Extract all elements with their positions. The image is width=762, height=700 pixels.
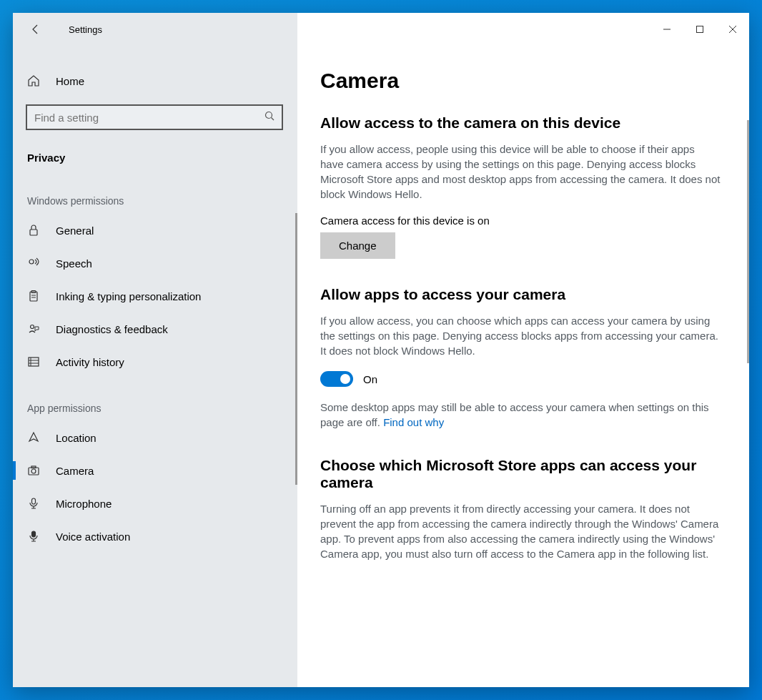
titlebar: Settings [13,13,749,46]
sidebar-item-label: Camera [56,465,94,477]
minimize-button[interactable] [650,18,683,41]
location-icon [27,431,40,444]
svg-point-12 [31,325,34,329]
desktop-apps-note: Some desktop apps may still be able to a… [320,400,721,430]
speech-icon [27,257,40,270]
maximize-icon [696,26,703,33]
apps-access-toggle[interactable] [320,371,353,387]
minimize-icon [663,26,671,33]
section-heading-device-access: Allow access to the camera on this devic… [320,114,728,132]
search-input[interactable] [34,112,264,124]
sidebar-item-label: Microphone [56,498,112,510]
microphone-icon [27,497,40,510]
search-wrap [13,94,297,136]
settings-window: Settings Home [13,13,749,687]
section-app-permissions: App permissions [13,378,297,421]
lock-icon [27,224,40,237]
svg-rect-13 [29,358,39,366]
change-button[interactable]: Change [320,232,395,259]
sidebar-item-label: General [56,225,94,237]
sidebar-item-location[interactable]: Location [13,421,297,454]
svg-rect-6 [30,230,37,235]
svg-rect-20 [32,498,36,504]
sidebar-item-label: Location [56,432,97,444]
sidebar-home[interactable]: Home [13,67,297,94]
svg-rect-1 [697,26,703,33]
toggle-label: On [363,373,377,385]
sidebar: Home Privacy Windows permissions General… [13,13,297,687]
sidebar-item-general[interactable]: General [13,214,297,247]
page-title: Camera [320,69,728,93]
feedback-icon [27,322,40,335]
sidebar-item-activity[interactable]: Activity history [13,345,297,378]
sidebar-item-speech[interactable]: Speech [13,247,297,280]
content-scrollbar[interactable] [747,120,749,363]
svg-rect-21 [32,531,36,537]
note-text: Some desktop apps may still be able to a… [320,401,709,428]
window-title: Settings [69,24,102,35]
camera-access-status: Camera access for this device is on [320,215,728,227]
toggle-row: On [320,371,728,387]
find-out-why-link[interactable]: Find out why [383,416,444,428]
sidebar-item-label: Activity history [56,356,124,368]
section-heading-apps-access: Allow apps to access your camera [320,286,728,303]
window-controls [650,18,749,41]
sidebar-item-label: Inking & typing personalization [56,290,201,302]
section-body: Turning off an app prevents it from dire… [320,501,721,561]
content-area: Camera Allow access to the camera on thi… [297,13,749,687]
section-windows-permissions: Windows permissions [13,171,297,214]
sidebar-item-microphone[interactable]: Microphone [13,487,297,520]
search-box[interactable] [26,104,283,130]
home-icon [27,74,40,87]
section-body: If you allow access, people using this d… [320,142,721,202]
arrow-left-icon [30,24,41,35]
voice-icon [27,530,40,543]
body-area: Home Privacy Windows permissions General… [13,13,749,687]
sidebar-item-inking[interactable]: Inking & typing personalization [13,280,297,312]
sidebar-category: Privacy [13,136,297,171]
sidebar-home-label: Home [56,75,84,87]
clipboard-icon [27,290,40,302]
maximize-button[interactable] [683,18,716,41]
sidebar-item-label: Diagnostics & feedback [56,323,168,335]
close-button[interactable] [716,18,749,41]
svg-point-4 [266,112,272,119]
camera-icon [27,464,40,477]
sidebar-item-label: Voice activation [56,531,130,543]
sidebar-item-voice-activation[interactable]: Voice activation [13,520,297,553]
svg-line-5 [272,118,274,121]
close-icon [729,26,736,33]
sidebar-item-diagnostics[interactable]: Diagnostics & feedback [13,312,297,345]
search-icon [264,111,274,124]
section-body: If you allow access, you can choose whic… [320,313,721,358]
section-heading-store-apps: Choose which Microsoft Store apps can ac… [320,457,728,491]
svg-point-18 [31,469,36,473]
back-button[interactable] [23,16,49,42]
svg-point-7 [29,260,34,264]
svg-rect-19 [31,466,36,468]
sidebar-item-label: Speech [56,257,92,270]
sidebar-item-camera[interactable]: Camera [13,454,297,487]
activity-icon [27,355,40,368]
